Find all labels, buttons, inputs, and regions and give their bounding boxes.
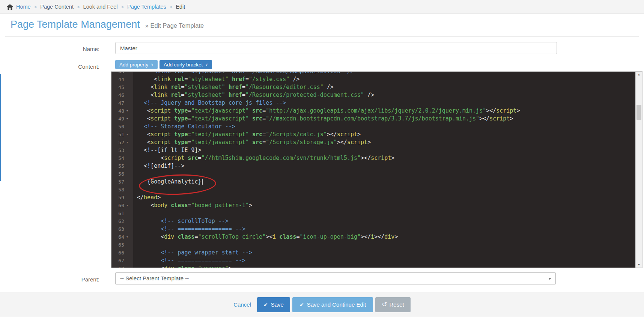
breadcrumb-item-page-content: Page Content bbox=[40, 4, 74, 10]
code-line[interactable]: 57 {GoogleAnalytic} bbox=[111, 178, 635, 186]
breadcrumb-separator: > bbox=[170, 4, 173, 10]
code-line[interactable]: 47 <!-- Jquery and Bootstap core js file… bbox=[111, 99, 635, 107]
code-text[interactable]: <!-- page wrapper start --> bbox=[133, 249, 635, 257]
code-text[interactable]: <script src="//html5shim.googlecode.com/… bbox=[133, 154, 635, 162]
line-number: 66 bbox=[111, 249, 124, 257]
line-number: 52 bbox=[111, 138, 124, 146]
fold-arrow-icon[interactable]: ▾ bbox=[124, 115, 130, 123]
text-cursor bbox=[202, 179, 203, 185]
parent-select[interactable]: -- Select Parent Template -- bbox=[115, 272, 556, 284]
scroll-up-icon[interactable]: ▲ bbox=[636, 73, 642, 76]
code-text[interactable]: <script type="text/javascript" src="/Scr… bbox=[133, 138, 635, 146]
line-number: 63 bbox=[111, 225, 124, 233]
page-subtitle: » Edit Page Template bbox=[145, 22, 204, 29]
scroll-down-icon[interactable]: ▼ bbox=[636, 263, 642, 266]
breadcrumb-separator: > bbox=[121, 4, 124, 10]
code-line[interactable]: 56 bbox=[111, 170, 635, 178]
code-line[interactable]: 43 <link rel="stylesheet" href="/Resourc… bbox=[111, 72, 635, 75]
scrollbar-thumb[interactable] bbox=[636, 105, 641, 120]
code-text[interactable]: <script type="text/javascript" src="http… bbox=[133, 107, 635, 115]
line-number: 58 bbox=[111, 186, 124, 194]
code-text[interactable]: <!-- scrollToTop --> bbox=[133, 217, 635, 225]
code-line[interactable]: 63 <!-- ================ --> bbox=[111, 225, 635, 233]
home-icon[interactable] bbox=[7, 4, 13, 10]
line-number: 59 bbox=[111, 194, 124, 202]
code-text[interactable]: <body class="boxed pattern-1"> bbox=[133, 202, 635, 209]
line-number: 67 bbox=[111, 257, 124, 265]
editor-scrollbar[interactable]: ▲ ▼ bbox=[635, 72, 642, 268]
code-text[interactable] bbox=[133, 241, 635, 249]
code-text[interactable]: <!-- ================ --> bbox=[133, 257, 635, 265]
code-text[interactable]: <link rel="stylesheet" href="/Resources/… bbox=[133, 83, 635, 91]
line-number: 62 bbox=[111, 217, 124, 225]
gutter-cell: 52▾ bbox=[111, 138, 133, 146]
gutter-cell: 54 bbox=[111, 154, 133, 162]
cancel-link[interactable]: Cancel bbox=[233, 301, 251, 308]
gutter-cell: 67 bbox=[111, 257, 133, 265]
add-curly-bracket-button[interactable]: Add curly bracket ∨ bbox=[159, 60, 212, 69]
editor-viewport[interactable]: 43 <link rel="stylesheet" href="/Resourc… bbox=[111, 72, 635, 268]
code-text[interactable]: {GoogleAnalytic} bbox=[133, 178, 635, 186]
gutter-cell: 55 bbox=[111, 162, 133, 170]
fold-arrow-icon[interactable]: ▾ bbox=[124, 131, 130, 138]
code-text[interactable]: <div class="scrollToTop circle"><i class… bbox=[133, 233, 635, 241]
code-text[interactable]: <![endif]--> bbox=[133, 162, 635, 170]
save-button[interactable]: ✔ Save bbox=[257, 297, 290, 312]
code-line[interactable]: 53 <!--[if lt IE 9]> bbox=[111, 146, 635, 154]
breadcrumb-item-home[interactable]: Home bbox=[16, 4, 31, 10]
line-number: 50 bbox=[111, 123, 124, 131]
code-text[interactable]: <!-- Jquery and Bootstap core js files -… bbox=[133, 99, 635, 107]
code-line[interactable]: 51▾ <script type="text/javascript" src="… bbox=[111, 131, 635, 138]
code-line[interactable]: 52▾ <script type="text/javascript" src="… bbox=[111, 138, 635, 146]
code-line[interactable]: 45 <link rel="stylesheet" href="/Resourc… bbox=[111, 83, 635, 91]
code-text[interactable]: <div class="wrapper"> bbox=[133, 265, 635, 268]
code-line[interactable]: 50 <!-- Storage Calculator --> bbox=[111, 123, 635, 131]
line-number: 54 bbox=[111, 154, 124, 162]
code-text[interactable]: <link rel="stylesheet" href="/Resources/… bbox=[133, 72, 635, 75]
code-text[interactable]: <link rel="stylesheet" href="/Resources/… bbox=[133, 91, 635, 99]
code-line[interactable]: 48▾ <script type="text/javascript" src="… bbox=[111, 107, 635, 115]
gutter-cell: 65 bbox=[111, 241, 133, 249]
code-line[interactable]: 49▾ <script type="text/javascript" src="… bbox=[111, 115, 635, 123]
breadcrumb-item-page-templates[interactable]: Page Templates bbox=[127, 4, 166, 10]
code-text[interactable] bbox=[133, 209, 635, 217]
code-text[interactable] bbox=[133, 186, 635, 194]
fold-arrow-icon[interactable]: ▾ bbox=[124, 107, 130, 115]
code-text[interactable]: <script type="text/javascript" src="/Scr… bbox=[133, 131, 635, 138]
sidebar-accent-bar bbox=[0, 74, 1, 181]
code-line[interactable]: 67 <!-- ================ --> bbox=[111, 257, 635, 265]
code-line[interactable]: 54 <script src="//html5shim.googlecode.c… bbox=[111, 154, 635, 162]
code-text[interactable] bbox=[133, 170, 635, 178]
code-line[interactable]: 65 bbox=[111, 241, 635, 249]
code-line[interactable]: 55 <![endif]--> bbox=[111, 162, 635, 170]
code-text[interactable]: <link rel="stylesheet" href="/style.css"… bbox=[133, 75, 635, 83]
code-text[interactable]: <!-- Storage Calculator --> bbox=[133, 123, 635, 131]
line-number: 53 bbox=[111, 146, 124, 154]
code-line[interactable]: 68 <div class="wrapper"> bbox=[111, 265, 635, 268]
code-line[interactable]: 46 <link rel="stylesheet" href="/Resourc… bbox=[111, 91, 635, 99]
code-text[interactable]: <!--[if lt IE 9]> bbox=[133, 146, 635, 154]
code-text[interactable]: </head> bbox=[133, 194, 635, 202]
fold-arrow-icon[interactable]: ▾ bbox=[124, 138, 130, 146]
code-line[interactable]: 64▾ <div class="scrollToTop circle"><i c… bbox=[111, 233, 635, 241]
line-number: 61 bbox=[111, 209, 124, 217]
select-caret-icon bbox=[548, 278, 551, 280]
line-number: 57 bbox=[111, 178, 124, 186]
fold-arrow-icon[interactable]: ▾ bbox=[124, 202, 130, 209]
code-line[interactable]: 58 bbox=[111, 186, 635, 194]
name-input[interactable] bbox=[115, 42, 557, 54]
code-line[interactable]: 61 bbox=[111, 209, 635, 217]
add-property-button[interactable]: Add property ∨ bbox=[115, 60, 158, 69]
reset-button[interactable]: ↺ Reset bbox=[375, 297, 410, 312]
code-line[interactable]: 44 <link rel="stylesheet" href="/style.c… bbox=[111, 75, 635, 83]
save-and-continue-button[interactable]: ✔ Save and Continue Edit bbox=[292, 297, 373, 312]
line-number: 46 bbox=[111, 91, 124, 99]
code-text[interactable]: <!-- ================ --> bbox=[133, 225, 635, 233]
content-code-editor[interactable]: 43 <link rel="stylesheet" href="/Resourc… bbox=[111, 71, 642, 268]
code-line[interactable]: 60▾ <body class="boxed pattern-1"> bbox=[111, 202, 635, 209]
code-text[interactable]: <script type="text/javascript" src="//ma… bbox=[133, 115, 635, 123]
fold-arrow-icon[interactable]: ▾ bbox=[124, 233, 130, 241]
code-line[interactable]: 62 <!-- scrollToTop --> bbox=[111, 217, 635, 225]
code-line[interactable]: 59</head> bbox=[111, 194, 635, 202]
code-line[interactable]: 66 <!-- page wrapper start --> bbox=[111, 249, 635, 257]
